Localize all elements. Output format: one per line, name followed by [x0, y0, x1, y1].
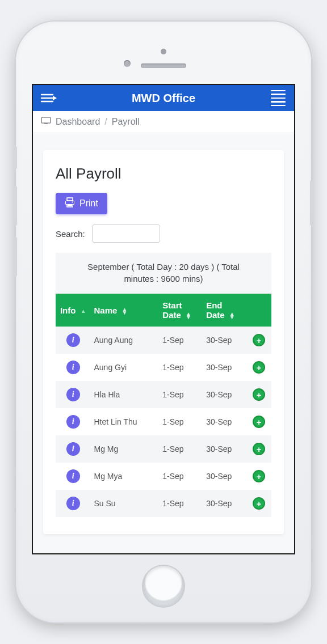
breadcrumb: Dashboard / Payroll	[33, 111, 294, 133]
app-bar: MWD Office	[33, 85, 294, 111]
app-title: MWD Office	[132, 92, 195, 105]
phone-speaker	[141, 63, 186, 68]
sort-icon: ▲▼	[122, 308, 128, 315]
table-row: Mg Mya1-Sep30-Sep+	[56, 463, 271, 490]
cell-end: 30-Sep	[203, 435, 246, 463]
search-label: Search:	[56, 229, 85, 239]
expand-row-icon[interactable]: +	[253, 388, 265, 401]
col-header-info-label: Info	[60, 306, 76, 315]
expand-row-icon[interactable]: +	[253, 443, 265, 455]
payroll-card: All Payroll Print Search: September ( To…	[43, 150, 284, 534]
col-header-start[interactable]: Start Date ▲▼	[159, 294, 203, 327]
cell-name: Htet Lin Thu	[91, 408, 160, 435]
sort-icon: ▲	[81, 310, 86, 313]
expand-row-icon[interactable]: +	[253, 334, 265, 346]
table-row: Hla Hla1-Sep30-Sep+	[56, 381, 271, 408]
info-icon[interactable]	[66, 333, 80, 347]
cell-end: 30-Sep	[203, 463, 246, 490]
svg-rect-5	[44, 123, 48, 124]
screen: MWD Office Dashboard / Payroll All Payro…	[32, 84, 295, 554]
phone-side-button	[14, 237, 17, 277]
expand-row-icon[interactable]: +	[253, 416, 265, 428]
table-body: Aung Aung1-Sep30-Sep+Aung Gyi1-Sep30-Sep…	[56, 327, 271, 517]
print-button-label: Print	[79, 198, 98, 209]
search-input[interactable]	[92, 224, 160, 243]
sort-icon: ▲▼	[186, 312, 191, 319]
col-header-action	[246, 294, 271, 327]
svg-marker-3	[53, 96, 57, 100]
cell-end: 30-Sep	[203, 381, 246, 408]
info-icon[interactable]	[66, 442, 80, 456]
cell-end: 30-Sep	[203, 490, 246, 517]
cell-start: 1-Sep	[159, 435, 203, 463]
col-header-start-label: Start Date	[162, 300, 182, 320]
print-button[interactable]: Print	[56, 193, 107, 214]
col-header-info[interactable]: Info ▲	[56, 294, 91, 327]
cell-name: Su Su	[91, 490, 160, 517]
col-header-end[interactable]: End Date ▲▼	[203, 294, 246, 327]
cell-name: Mg Mya	[91, 463, 160, 490]
phone-camera-dot	[161, 49, 166, 54]
phone-side-button	[14, 146, 17, 169]
info-icon[interactable]	[66, 497, 80, 510]
breadcrumb-dashboard-link[interactable]: Dashboard	[56, 117, 100, 127]
info-icon[interactable]	[66, 415, 80, 429]
cell-end: 30-Sep	[203, 408, 246, 435]
phone-frame: MWD Office Dashboard / Payroll All Payro…	[16, 22, 311, 622]
cell-start: 1-Sep	[159, 490, 203, 517]
table-summary: September ( Total Day : 20 days ) ( Tota…	[56, 253, 271, 294]
payroll-table-wrap: September ( Total Day : 20 days ) ( Tota…	[56, 253, 271, 517]
print-icon	[65, 197, 75, 210]
table-row: Htet Lin Thu1-Sep30-Sep+	[56, 408, 271, 435]
phone-side-button	[310, 180, 313, 226]
nav-toggle-icon[interactable]	[40, 90, 58, 106]
table-row: Mg Mg1-Sep30-Sep+	[56, 435, 271, 463]
svg-rect-4	[41, 117, 51, 123]
cell-start: 1-Sep	[159, 381, 203, 408]
cell-name: Aung Aung	[91, 327, 160, 354]
col-header-name-label: Name	[94, 306, 118, 315]
table-row: Su Su1-Sep30-Sep+	[56, 490, 271, 517]
cell-name: Hla Hla	[91, 381, 160, 408]
col-header-name[interactable]: Name ▲▼	[91, 294, 160, 327]
hamburger-menu-icon[interactable]	[269, 90, 287, 106]
expand-row-icon[interactable]: +	[253, 497, 265, 510]
table-row: Aung Gyi1-Sep30-Sep+	[56, 354, 271, 381]
breadcrumb-separator: /	[104, 117, 107, 127]
phone-home-button[interactable]	[143, 566, 184, 607]
cell-name: Aung Gyi	[91, 354, 160, 381]
cell-start: 1-Sep	[159, 463, 203, 490]
cell-start: 1-Sep	[159, 354, 203, 381]
payroll-table: Info ▲ Name ▲▼ Start Date ▲▼	[56, 294, 271, 517]
svg-rect-12	[68, 204, 72, 206]
page-title: All Payroll	[56, 165, 271, 183]
cell-start: 1-Sep	[159, 408, 203, 435]
cell-end: 30-Sep	[203, 354, 246, 381]
cell-name: Mg Mg	[91, 435, 160, 463]
dashboard-icon	[41, 117, 51, 127]
svg-rect-6	[67, 198, 73, 201]
phone-side-button	[14, 186, 17, 226]
info-icon[interactable]	[66, 388, 80, 401]
phone-front-camera	[124, 60, 131, 67]
cell-end: 30-Sep	[203, 327, 246, 354]
info-icon[interactable]	[66, 469, 80, 483]
breadcrumb-current: Payroll	[112, 117, 140, 127]
expand-row-icon[interactable]: +	[253, 470, 265, 482]
svg-point-11	[72, 202, 73, 203]
search-row: Search:	[56, 224, 271, 243]
col-header-end-label: End Date	[206, 300, 225, 320]
info-icon[interactable]	[66, 361, 80, 374]
sort-icon: ▲▼	[229, 312, 235, 319]
expand-row-icon[interactable]: +	[253, 361, 265, 374]
cell-start: 1-Sep	[159, 327, 203, 354]
page-body: All Payroll Print Search: September ( To…	[33, 133, 294, 544]
table-row: Aung Aung1-Sep30-Sep+	[56, 327, 271, 354]
